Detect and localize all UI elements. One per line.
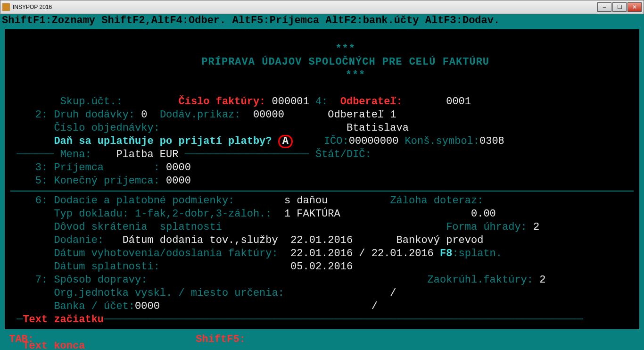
minimize-button[interactable]: – xyxy=(597,2,611,12)
dovod-label: Dôvod skrátenia splatnosti xyxy=(54,221,222,233)
menu-5: 5: xyxy=(35,175,48,187)
dodanie-date[interactable]: 22.01.2016 xyxy=(290,234,353,246)
vyhotovenie-d1[interactable]: 22.01.2016 xyxy=(290,248,353,259)
banka-slash: / xyxy=(372,300,378,312)
prijemca-value[interactable]: 0000 xyxy=(166,162,191,174)
window-title: INSYPOP 2016 xyxy=(13,0,597,14)
divider xyxy=(10,191,634,192)
row-druh: 2: Druh dodávky: 0 Dodáv.prikaz: 00000 O… xyxy=(10,108,634,122)
forma-uhrady-value[interactable]: 2 xyxy=(533,221,539,233)
dan-answer[interactable]: A xyxy=(278,135,293,148)
footer-bar: TAB: sadzby DPH ShiftF5: pôvodné číslo f… xyxy=(3,333,641,347)
zaokruhl-value[interactable]: 2 xyxy=(539,274,545,286)
dodanie-mid: Dátum dodania tov.,služby xyxy=(123,234,278,246)
dan-question: Daň sa uplatňuje po prijatí platby? xyxy=(54,135,272,147)
app-icon xyxy=(2,3,10,11)
zaloha-value[interactable]: 0.00 xyxy=(471,208,496,220)
dodavaci-prikaz-value[interactable]: 00000 xyxy=(253,109,284,121)
row-banka: Banka / účet:0000 / xyxy=(10,300,634,313)
tab-key-label: TAB: xyxy=(9,333,34,345)
odberatel-name: Odberateľ 1 xyxy=(328,109,396,121)
zaloha-label: Záloha doteraz: xyxy=(390,195,483,207)
stars-right: *** xyxy=(346,69,366,81)
row-dodanie: Dodanie: Dátum dodania tov.,služby 22.01… xyxy=(10,234,634,247)
kons-symbol-value[interactable]: 0308 xyxy=(479,135,504,147)
bankovy-prevod: Bankový prevod xyxy=(396,234,484,246)
podmienky-label: Dodacie a platobné podmienky: xyxy=(54,195,234,207)
app-window: INSYPOP 2016 – ☐ ✕ ShiftF1:Zoznamy Shift… xyxy=(0,0,644,350)
stat-dic-label: Štát/DIČ: xyxy=(315,149,372,160)
row-mena: ────── Mena: Platba EUR ────────────────… xyxy=(10,148,634,161)
header-title: PRÍPRAVA ÚDAJOV SPOLOČNÝCH PRE CELÚ FAKT… xyxy=(201,56,489,68)
cislo-faktury-value[interactable]: 000001 xyxy=(272,96,309,108)
druh-dodavky-label: Druh dodávky: xyxy=(54,109,135,121)
window-buttons: – ☐ ✕ xyxy=(597,2,642,12)
menu-7: 7: xyxy=(35,274,48,286)
odberatel-city: Btatislava xyxy=(347,122,409,134)
close-button[interactable]: ✕ xyxy=(627,2,642,12)
maximize-button[interactable]: ☐ xyxy=(612,2,627,12)
mena-label: Mena: xyxy=(60,149,91,160)
org-jednotka-label: Org.jednotka vyskl. / miesto určenia: xyxy=(54,287,284,299)
slash1: / xyxy=(359,248,365,259)
text-zaciatku-label: Text začiatku xyxy=(23,314,104,325)
s-danou: s daňou xyxy=(284,195,328,207)
odberatel-value[interactable]: 0001 xyxy=(446,96,471,108)
splatn-label: :splatn. xyxy=(452,248,502,259)
mena-value[interactable]: Platba EUR xyxy=(116,149,178,160)
cislo-objednavky-label: Číslo objednávky: xyxy=(54,122,159,134)
cislo-faktury-label: Číslo faktúry: xyxy=(178,96,265,108)
row-orgjednotka: Org.jednotka vyskl. / miesto určenia: / xyxy=(10,287,634,300)
row-prijemca: 3: Príjemca : 0000 xyxy=(10,161,634,175)
odberatel-label: Odberateľ: xyxy=(340,96,403,108)
row-vyhotovenie: Dátum vyhotovenia/odoslania faktúry: 22.… xyxy=(10,247,634,260)
row-dovod: Dôvod skrátenia splatnosti Forma úhrady:… xyxy=(10,221,634,234)
form-header: *** PRÍPRAVA ÚDAJOV SPOLOČNÝCH PRE CELÚ … xyxy=(10,29,634,95)
konecny-prijemca-label: Konečný príjemca: xyxy=(54,175,159,187)
row-dan: Daň sa uplatňuje po prijatí platby? A IČ… xyxy=(10,135,634,148)
konecny-prijemca-value[interactable]: 0000 xyxy=(166,175,191,187)
vyhotovenie-d2[interactable]: 22.01.2016 xyxy=(372,248,434,259)
row-doprava: 7: Spôsob dopravy: Zaokrúhl.faktúry: 2 xyxy=(10,274,634,287)
tab-key-desc: sadzby DPH xyxy=(40,333,102,345)
shiftf5-label: ShiftF5: xyxy=(196,333,246,345)
content-area: ShiftF1:Zoznamy ShiftF2,AltF4:Odber. Alt… xyxy=(0,14,644,350)
titlebar: INSYPOP 2016 – ☐ ✕ xyxy=(0,0,644,14)
skup-uct-label: Skup.účt.: xyxy=(60,96,123,108)
row-splatnost: Dátum splatnosti: 05.02.2016 xyxy=(10,260,634,274)
typ-dokladu-num[interactable]: 1 xyxy=(284,208,290,220)
vyhotovenie-label: Dátum vyhotovenia/odoslania faktúry: xyxy=(54,248,278,259)
row-podmienky: 6: Dodacie a platobné podmienky: s daňou… xyxy=(10,194,634,208)
f8-key[interactable]: F8 xyxy=(440,248,452,259)
stars-left: *** xyxy=(335,43,355,55)
prijemca-label: Príjemca xyxy=(54,162,104,174)
kons-symbol-label: Konš.symbol: xyxy=(405,135,479,147)
org-slash: / xyxy=(390,287,396,299)
doprava-label: Spôsob dopravy: xyxy=(54,274,147,286)
zaokruhl-label: Zaokrúhl.faktúry: xyxy=(428,274,533,286)
dodanie-label: Dodanie: xyxy=(54,234,104,246)
banka-label: Banka / účet: xyxy=(54,300,135,312)
menu-3: 3: xyxy=(35,162,48,174)
typ-dokladu-label: Typ dokladu: 1-fak,2-dobr,3-záloh.: xyxy=(54,208,272,220)
menu-6: 6: xyxy=(35,195,48,207)
ico-label: IČO: xyxy=(324,135,349,147)
druh-dodavky-value[interactable]: 0 xyxy=(141,109,147,121)
row-objednavka: Číslo objednávky: Btatislava xyxy=(10,122,634,135)
row-konecny: 5: Konečný príjemca: 0000 xyxy=(10,175,634,188)
shiftf5-desc: pôvodné číslo faktúry xyxy=(252,333,382,345)
ico-value: 00000000 xyxy=(349,135,399,147)
forma-uhrady-label: Forma úhrady: xyxy=(446,221,527,233)
form-body: *** PRÍPRAVA ÚDAJOV SPOLOČNÝCH PRE CELÚ … xyxy=(5,29,639,329)
menu-4: 4: xyxy=(315,96,328,108)
menu-bar[interactable]: ShiftF1:Zoznamy ShiftF2,AltF4:Odber. Alt… xyxy=(0,14,644,27)
splatnost-label: Dátum splatnosti: xyxy=(54,261,159,273)
row-skup: Skup.účt.: Číslo faktúry: 000001 4: Odbe… xyxy=(10,95,634,108)
text-zaciatku-divider: ─Text začiatku──────────────────────────… xyxy=(10,313,634,326)
main-frame: *** PRÍPRAVA ÚDAJOV SPOLOČNÝCH PRE CELÚ … xyxy=(3,27,641,331)
menu-2: 2: xyxy=(35,109,48,121)
splatnost-date[interactable]: 05.02.2016 xyxy=(290,261,353,273)
dodavaci-prikaz-label: Dodáv.prikaz: xyxy=(160,109,241,121)
typ-dokladu-name: FAKTÚRA xyxy=(297,208,340,220)
banka-value[interactable]: 0000 xyxy=(135,300,160,312)
